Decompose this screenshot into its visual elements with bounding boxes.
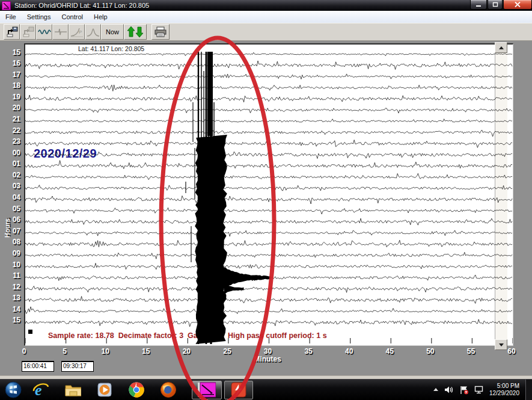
maximize-icon — [492, 2, 498, 7]
clock-time: 5:00 PM — [489, 383, 519, 390]
seismogram-plot[interactable]: Lat: 41.117 Lon: 20.805 2020/12/29 Sampl… — [24, 43, 513, 346]
seismograph-app-taskbar-button[interactable] — [192, 381, 222, 399]
highpass-label: High pass cutoff period: 1 s — [228, 331, 327, 340]
sample-rate-label: Sample rate: 18.78 Decimate factor: 3 Ga… — [48, 331, 204, 340]
file-explorer-icon[interactable] — [64, 381, 81, 398]
windows-start-icon — [5, 381, 22, 398]
hour-label: 05 — [4, 205, 20, 213]
volume-icon[interactable] — [444, 386, 454, 394]
now-button[interactable]: Now — [101, 24, 124, 40]
hour-label: 02 — [4, 171, 20, 179]
gaussian-filter-button[interactable] — [85, 24, 101, 40]
plot-client-area: Hours 1516171819202122230001020304050607… — [0, 41, 532, 379]
load-disk-icon — [6, 26, 18, 38]
hour-label: 01 — [4, 160, 20, 168]
printer-icon — [154, 26, 167, 37]
minute-label: 50 — [421, 347, 439, 355]
hour-label: 13 — [4, 294, 20, 302]
hour-label: 19 — [4, 93, 20, 101]
minute-label: 35 — [299, 347, 317, 355]
system-tray: 5:00 PM 12/29/2020 — [433, 380, 532, 400]
save-disk-icon-disabled — [22, 26, 34, 38]
chevron-up-icon — [433, 387, 439, 392]
clock-date: 12/29/2020 — [489, 390, 519, 397]
chevron-down-icon — [499, 343, 504, 346]
menu-bar: FileSettingsControlHelp — [0, 11, 532, 23]
menu-help[interactable]: Help — [88, 12, 113, 22]
impulse-view-button[interactable] — [52, 24, 69, 40]
menu-control[interactable]: Control — [56, 12, 88, 22]
scroll-down-button[interactable] — [495, 339, 507, 350]
scrollbar-track[interactable] — [495, 53, 507, 339]
hour-label: 23 — [4, 138, 20, 146]
chrome-icon[interactable] — [128, 381, 145, 398]
minute-label: 5 — [56, 347, 74, 355]
action-center-flag-icon[interactable] — [459, 386, 469, 395]
minute-label: 20 — [177, 347, 195, 355]
bell-curve-icon — [87, 26, 100, 37]
plot-date-label: 2020/12/29 — [34, 147, 97, 161]
show-desktop-button[interactable] — [525, 380, 532, 400]
impulse-icon-disabled — [54, 27, 67, 37]
svg-text:P: P — [79, 29, 82, 35]
hour-label: 08 — [4, 238, 20, 246]
minute-label: 55 — [462, 347, 480, 355]
menu-file[interactable]: File — [0, 12, 22, 22]
red-app-taskbar-button[interactable] — [224, 381, 253, 399]
seismograph-taskbar-icon — [198, 382, 216, 398]
red-app-icon — [231, 382, 246, 398]
hour-label: 10 — [4, 261, 20, 269]
save-record-button[interactable] — [20, 24, 36, 40]
minutes-axis-label: Minutes — [246, 355, 289, 363]
media-player-icon[interactable] — [96, 381, 113, 398]
load-record-button[interactable] — [4, 24, 20, 40]
seismograph-app-icon — [2, 1, 11, 10]
hour-label: 22 — [4, 127, 20, 135]
menu-settings[interactable]: Settings — [22, 12, 57, 22]
scale-up-down-button[interactable] — [124, 24, 147, 40]
start-button[interactable] — [5, 381, 22, 398]
window-title: Station: Ohrid/OHRID Lat: 41.117 Lon: 20… — [14, 2, 149, 9]
hour-label: 21 — [4, 115, 20, 123]
maximize-button[interactable] — [488, 0, 503, 10]
plot-latlon-label: Lat: 41.117 Lon: 20.805 — [78, 45, 144, 52]
minute-label: 15 — [137, 347, 155, 355]
filter-curve-icon-disabled: P — [70, 26, 84, 37]
hour-label: 00 — [4, 149, 20, 157]
seismogram-traces — [25, 45, 513, 345]
time-field-window[interactable]: 09:30:17 — [61, 361, 94, 372]
print-button[interactable] — [151, 24, 170, 40]
waveform-view-button[interactable] — [36, 24, 52, 40]
internet-explorer-icon[interactable]: e — [32, 381, 49, 398]
hour-label: 17 — [4, 71, 20, 79]
hour-label: 15 — [4, 316, 20, 324]
chevron-up-icon — [499, 46, 504, 49]
filter-response-button[interactable]: P — [69, 24, 85, 40]
screen: Station: Ohrid/OHRID Lat: 41.117 Lon: 20… — [0, 0, 532, 400]
close-button[interactable] — [503, 0, 532, 10]
firefox-icon[interactable] — [160, 381, 177, 398]
waveform-icon — [38, 27, 51, 37]
tray-expand-button[interactable] — [433, 387, 439, 392]
hour-label: 20 — [4, 104, 20, 112]
hour-label: 06 — [4, 216, 20, 224]
hour-label: 15 — [4, 49, 20, 57]
up-down-arrows-icon — [127, 26, 144, 38]
time-field-start[interactable]: 16:00:41 — [22, 361, 54, 372]
vertical-scrollbar[interactable] — [495, 42, 507, 352]
minute-label: 10 — [96, 347, 114, 355]
now-button-label: Now — [106, 28, 119, 35]
minimize-button[interactable] — [470, 0, 487, 10]
minute-label: 0 — [15, 347, 33, 355]
title-bar: Station: Ohrid/OHRID Lat: 41.117 Lon: 20… — [0, 0, 532, 11]
minute-label: 30 — [259, 347, 277, 355]
toolbar: P Now — [0, 23, 532, 41]
taskbar: e — [0, 379, 532, 400]
minute-label: 40 — [340, 347, 358, 355]
network-icon[interactable] — [474, 386, 484, 394]
minimize-icon — [475, 2, 482, 7]
scroll-up-button[interactable] — [495, 42, 507, 53]
hour-label: 09 — [4, 250, 20, 257]
hour-label: 14 — [4, 306, 20, 313]
taskbar-clock[interactable]: 5:00 PM 12/29/2020 — [489, 383, 519, 397]
